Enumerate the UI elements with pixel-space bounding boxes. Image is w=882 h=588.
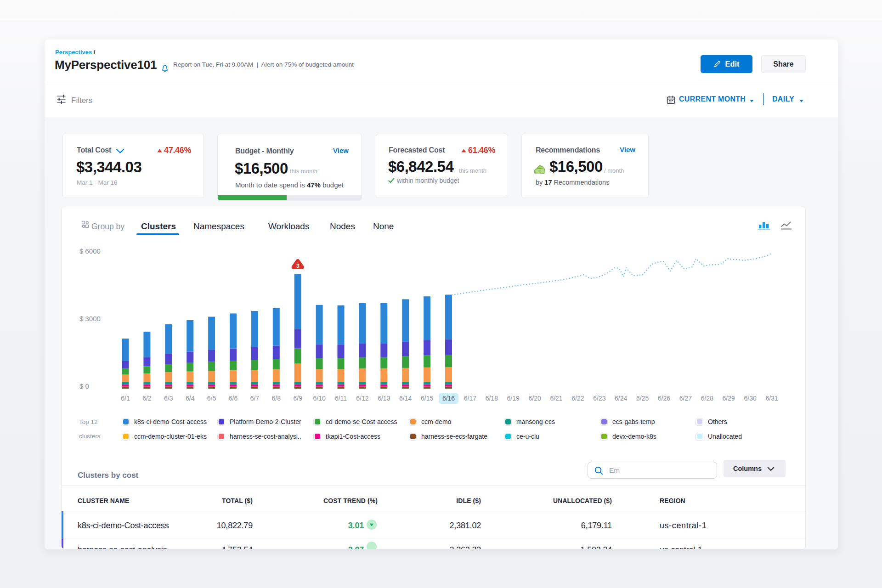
svg-text:$ 0: $ 0 — [79, 382, 89, 390]
svg-text:6/8: 6/8 — [272, 395, 281, 402]
svg-text:6/31: 6/31 — [765, 395, 778, 402]
svg-text:6/23: 6/23 — [593, 395, 605, 402]
svg-text:6/27: 6/27 — [679, 395, 692, 402]
svg-text:6/19: 6/19 — [507, 395, 520, 402]
svg-text:6/12: 6/12 — [356, 395, 368, 402]
svg-text:6/24: 6/24 — [615, 395, 627, 402]
svg-text:6/7: 6/7 — [250, 395, 260, 402]
svg-text:6/22: 6/22 — [571, 395, 584, 402]
svg-text:6/18: 6/18 — [486, 395, 498, 402]
svg-text:6/4: 6/4 — [186, 395, 195, 402]
svg-text:6/20: 6/20 — [528, 395, 541, 402]
svg-text:$ 6000: $ 6000 — [79, 247, 101, 255]
svg-text:6/1: 6/1 — [121, 395, 130, 402]
svg-text:3: 3 — [296, 263, 300, 269]
svg-text:6/3: 6/3 — [164, 395, 173, 402]
svg-text:6/16: 6/16 — [442, 395, 455, 402]
svg-text:6/15: 6/15 — [421, 395, 433, 402]
svg-text:6/29: 6/29 — [723, 395, 735, 402]
svg-text:6/10: 6/10 — [313, 395, 325, 402]
svg-text:6/17: 6/17 — [464, 395, 476, 402]
svg-text:6/14: 6/14 — [399, 395, 412, 402]
svg-text:$ 3000: $ 3000 — [79, 315, 101, 322]
svg-text:6/2: 6/2 — [142, 395, 152, 402]
svg-text:6/5: 6/5 — [207, 395, 216, 402]
svg-text:6/30: 6/30 — [744, 395, 756, 402]
svg-text:6/26: 6/26 — [658, 395, 670, 402]
svg-text:6/21: 6/21 — [550, 395, 562, 402]
svg-text:6/6: 6/6 — [229, 395, 238, 402]
svg-text:6/9: 6/9 — [293, 395, 302, 402]
svg-text:6/28: 6/28 — [701, 395, 713, 402]
svg-text:6/13: 6/13 — [378, 395, 390, 402]
svg-text:6/25: 6/25 — [636, 395, 649, 402]
svg-text:6/11: 6/11 — [335, 395, 347, 402]
